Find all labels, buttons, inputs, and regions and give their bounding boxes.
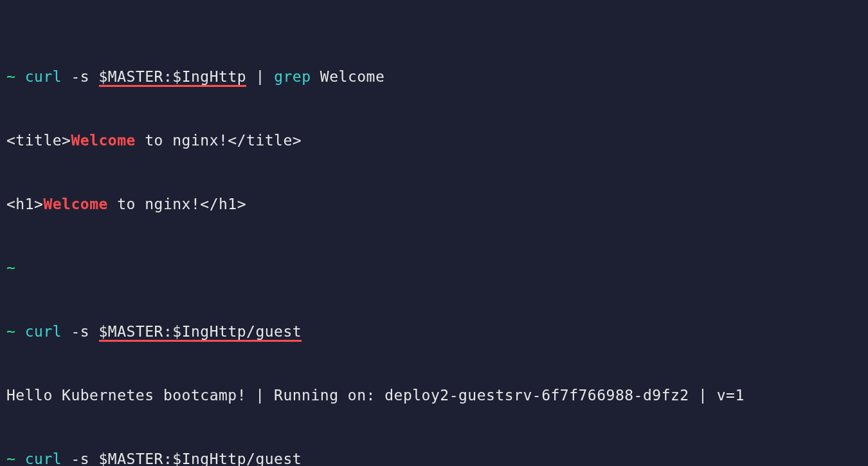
url-guest: $MASTER:$IngHttp/guest	[99, 323, 302, 342]
match-welcome: Welcome	[71, 132, 135, 149]
output-title: <title>Welcome to nginx!</title>	[6, 130, 862, 151]
cmd-line-guest-2[interactable]: ~ curl -s $MASTER:$IngHttp/guest	[6, 449, 862, 466]
match-welcome: Welcome	[43, 196, 107, 212]
curl-cmd: curl	[25, 68, 62, 85]
output-h1: <h1>Welcome to nginx!</h1>	[6, 194, 862, 215]
terminal: ~ curl -s $MASTER:$IngHttp | grep Welcom…	[0, 0, 868, 466]
url-root: $MASTER:$IngHttp	[99, 68, 247, 87]
cmd-line-guest-1[interactable]: ~ curl -s $MASTER:$IngHttp/guest	[6, 321, 862, 342]
grep-cmd: grep	[274, 68, 311, 85]
output-guest-1: Hello Kubernetes bootcamp! | Running on:…	[6, 385, 862, 406]
prompt: ~	[6, 68, 15, 85]
prompt-line[interactable]: ~	[6, 257, 862, 279]
cmd-line-1[interactable]: ~ curl -s $MASTER:$IngHttp | grep Welcom…	[6, 66, 862, 88]
